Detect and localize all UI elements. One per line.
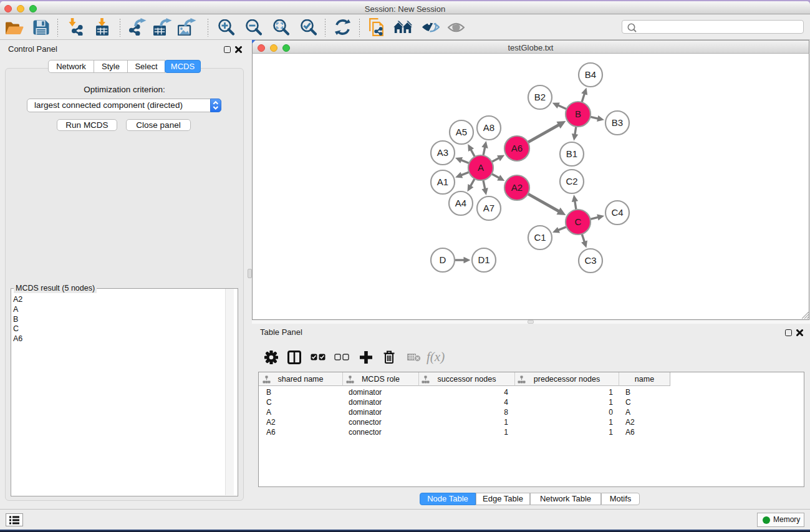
svg-text:A6: A6 [511, 143, 523, 153]
svg-text:D1: D1 [478, 254, 489, 265]
svg-text:B4: B4 [585, 69, 596, 80]
svg-text:A3: A3 [437, 147, 448, 158]
svg-text:B: B [575, 109, 581, 119]
svg-text:B1: B1 [566, 148, 577, 159]
svg-text:C: C [575, 216, 582, 227]
svg-text:A2: A2 [511, 182, 523, 193]
svg-text:D: D [440, 254, 446, 265]
svg-text:A8: A8 [483, 122, 494, 133]
svg-text:A7: A7 [483, 203, 494, 213]
svg-text:A5: A5 [456, 127, 467, 137]
svg-text:A1: A1 [437, 177, 448, 187]
svg-text:A4: A4 [455, 198, 466, 208]
svg-text:C1: C1 [534, 232, 546, 243]
svg-text:C2: C2 [566, 176, 577, 186]
svg-text:B3: B3 [612, 117, 623, 128]
svg-text:B2: B2 [534, 92, 546, 102]
svg-text:C4: C4 [611, 207, 623, 218]
svg-text:A: A [478, 162, 484, 173]
svg-text:C3: C3 [584, 255, 596, 266]
